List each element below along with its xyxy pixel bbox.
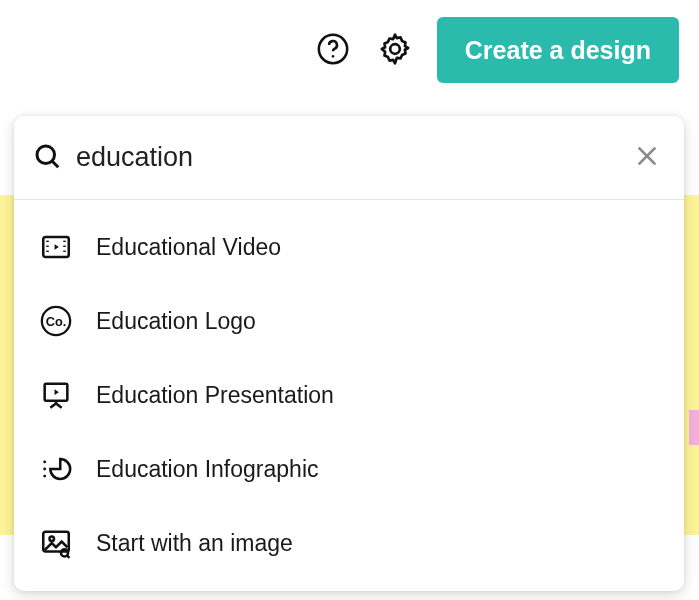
search-popover: Educational Video Co. Education Logo xyxy=(14,116,684,591)
result-start-with-image[interactable]: Start with an image xyxy=(14,506,684,580)
svg-line-28 xyxy=(67,555,70,558)
top-toolbar: Create a design xyxy=(0,0,699,100)
close-icon xyxy=(634,143,660,172)
svg-point-1 xyxy=(332,55,335,58)
search-icon xyxy=(32,141,62,175)
result-education-logo[interactable]: Co. Education Logo xyxy=(14,284,684,358)
result-education-infographic[interactable]: Education Infographic xyxy=(14,432,684,506)
search-row xyxy=(14,116,684,200)
svg-line-20 xyxy=(50,404,56,408)
result-label: Education Logo xyxy=(96,308,256,335)
result-education-presentation[interactable]: Education Presentation xyxy=(14,358,684,432)
svg-point-26 xyxy=(49,536,54,541)
result-educational-video[interactable]: Educational Video xyxy=(14,210,684,284)
result-label: Education Presentation xyxy=(96,382,334,409)
svg-line-21 xyxy=(56,404,62,408)
svg-point-22 xyxy=(43,461,46,464)
result-label: Start with an image xyxy=(96,530,293,557)
svg-text:Co.: Co. xyxy=(46,314,67,329)
svg-point-24 xyxy=(43,475,46,478)
svg-line-4 xyxy=(52,161,58,167)
svg-point-2 xyxy=(390,44,400,54)
settings-button[interactable] xyxy=(375,30,415,70)
search-input[interactable] xyxy=(76,138,616,177)
presentation-icon xyxy=(38,377,74,413)
svg-marker-8 xyxy=(55,244,59,250)
svg-point-23 xyxy=(43,468,46,471)
help-button[interactable] xyxy=(313,30,353,70)
help-icon xyxy=(316,32,350,69)
svg-marker-18 xyxy=(55,389,59,395)
search-results-list: Educational Video Co. Education Logo xyxy=(14,200,684,590)
create-design-button[interactable]: Create a design xyxy=(437,17,679,83)
infographic-icon xyxy=(38,451,74,487)
gear-icon xyxy=(377,31,413,70)
video-icon xyxy=(38,229,74,265)
result-label: Educational Video xyxy=(96,234,281,261)
result-label: Education Infographic xyxy=(96,456,319,483)
clear-search-button[interactable] xyxy=(630,141,664,175)
svg-point-3 xyxy=(37,146,55,164)
content-thumbnail-peek xyxy=(689,410,699,445)
image-icon xyxy=(38,525,74,561)
logo-icon: Co. xyxy=(38,303,74,339)
